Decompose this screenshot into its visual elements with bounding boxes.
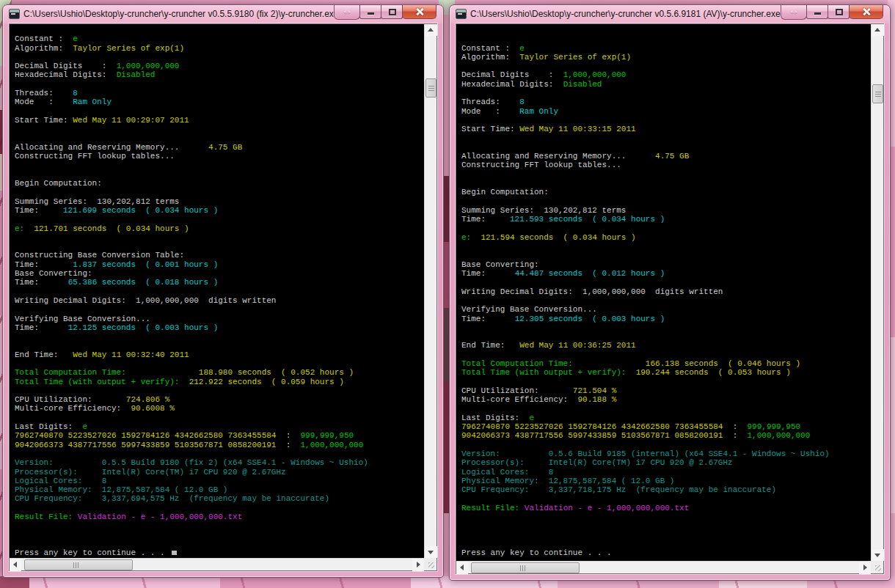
caption-buttons: [807, 5, 883, 19]
horizontal-scroll-thumb[interactable]: [471, 562, 580, 573]
console-line: [461, 251, 871, 260]
console-line: Writing Decimal Digits: 1,000,000,000 di…: [15, 296, 424, 305]
console-line: Allocating and Reserving Memory... 4.75 …: [15, 143, 424, 152]
console-line: 9042066373 4387717556 5997433859 5103567…: [15, 441, 424, 449]
console-line: 7962740870 5223527026 1592784126 4342662…: [461, 422, 871, 431]
console-line: Physical Memory: 12,875,587,584 ( 12.0 G…: [461, 477, 871, 485]
vertical-scroll-thumb[interactable]: [425, 78, 436, 98]
console-line: Mode : Ram Only: [15, 98, 424, 106]
horizontal-scrollbar[interactable]: [10, 558, 424, 570]
console-line: [15, 359, 424, 368]
horizontal-scroll-thumb[interactable]: [24, 559, 133, 570]
console-line: Base Converting:: [461, 260, 871, 269]
resize-arrows-button[interactable]: ⇔: [781, 5, 807, 20]
console-line: End Time: Wed May 11 00:32:40 2011: [15, 350, 424, 359]
console-line: [461, 404, 871, 413]
minimize-button[interactable]: [806, 5, 828, 19]
vertical-scrollbar[interactable]: [871, 24, 883, 561]
console-line: Base Converting:: [15, 269, 424, 278]
console-window-right: C:\Users\Ushio\Desktop\y-cruncher\y-crun…: [449, 4, 891, 581]
console-line: Verifying Base Conversion...: [461, 305, 871, 314]
console-line: Result File: Validation - e - 1,000,000,…: [461, 504, 871, 512]
console-line: Decimal Digits : 1,000,000,000: [15, 62, 424, 70]
console-line: [461, 350, 871, 359]
vertical-scrollbar[interactable]: [424, 24, 436, 558]
console-line: Logical Cores: 8: [15, 477, 424, 485]
console-line: CPU Frequency: 3,337,718,175 Hz (frequen…: [461, 485, 871, 494]
console-line: [15, 414, 424, 422]
console-line: [461, 323, 871, 332]
scroll-right-arrow-icon[interactable]: [412, 559, 424, 571]
console-line: Multi-core Efficiency: 90.6008 %: [15, 404, 424, 413]
console-line: Time: 65.386 seconds ( 0.018 hours ): [15, 278, 424, 287]
console-app-icon: [456, 9, 467, 19]
console-line: Begin Computation:: [15, 179, 424, 188]
console-line: [15, 504, 424, 512]
console-line: CPU Frequency: 3,337,694,575 Hz (frequen…: [15, 494, 424, 503]
scroll-down-arrow-icon[interactable]: [872, 549, 884, 561]
console-line: Hexadecimal Digits: Disabled: [15, 70, 424, 79]
console-line: Processor(s): Intel(R) Core(TM) i7 CPU 9…: [461, 458, 871, 467]
console-line: [461, 179, 871, 188]
console-line: Physical Memory: 12,875,587,584 ( 12.0 G…: [15, 485, 424, 494]
console-line: [461, 296, 871, 305]
console-line: [15, 540, 424, 548]
console-line: [461, 34, 871, 43]
close-button[interactable]: [849, 5, 883, 19]
console-line: Threads: 8: [15, 89, 424, 98]
console-line: Total Time (with output + verify): 190.2…: [461, 368, 871, 377]
maximize-button[interactable]: [828, 5, 850, 19]
scroll-right-arrow-icon[interactable]: [859, 562, 871, 574]
console-line: Constructing FFT lookup tables...: [461, 161, 871, 169]
scroll-down-arrow-icon[interactable]: [425, 546, 437, 558]
resize-arrows-icon: ⇔: [789, 6, 799, 17]
console-line: Logical Cores: 8: [461, 468, 871, 477]
console-line: [461, 197, 871, 206]
scroll-left-arrow-icon[interactable]: [10, 559, 21, 571]
scroll-up-arrow-icon[interactable]: [872, 24, 884, 36]
console-line: Hexadecimal Digits: Disabled: [461, 80, 871, 89]
title-bar[interactable]: C:\Users\Ushio\Desktop\y-cruncher\y-crun…: [3, 5, 443, 23]
console-line: [461, 521, 871, 530]
console-line: Constructing Base Conversion Table:: [15, 251, 424, 260]
console-output[interactable]: Constant : eAlgorithm: Taylor Series of …: [456, 24, 871, 561]
console-line: Verifying Base Conversion...: [15, 315, 424, 323]
console-line: [461, 170, 871, 179]
maximize-button[interactable]: [381, 5, 403, 19]
console-line: e: 121.594 seconds ( 0.034 hours ): [461, 233, 871, 242]
console-line: Time: 12.125 seconds ( 0.003 hours ): [15, 323, 424, 332]
scroll-left-arrow-icon[interactable]: [456, 562, 468, 574]
scroll-up-arrow-icon[interactable]: [425, 24, 437, 36]
close-button[interactable]: [402, 5, 436, 19]
console-line: [15, 215, 424, 224]
console-line: [15, 134, 424, 143]
console-line: [15, 188, 424, 196]
horizontal-scrollbar[interactable]: [456, 561, 871, 573]
console-line: [461, 332, 871, 341]
title-bar[interactable]: C:\Users\Ushio\Desktop\y-cruncher\y-crun…: [450, 5, 890, 23]
console-line: Begin Computation:: [461, 188, 871, 196]
resize-grip[interactable]: [424, 558, 436, 570]
console-line: [461, 143, 871, 152]
console-line: Writing Decimal Digits: 1,000,000,000 di…: [461, 287, 871, 296]
console-line: [15, 53, 424, 62]
console-line: [15, 26, 424, 34]
console-output[interactable]: Constant : eAlgorithm: Taylor Series of …: [10, 24, 424, 558]
maximize-icon: [389, 9, 396, 15]
console-line: [461, 278, 871, 287]
vertical-scroll-thumb[interactable]: [872, 84, 883, 103]
resize-grip[interactable]: [871, 561, 883, 573]
console-line: [15, 242, 424, 251]
console-line: Constant : e: [461, 44, 871, 53]
console-line: Time: 12.305 seconds ( 0.003 hours ): [461, 315, 871, 323]
resize-arrows-button[interactable]: ⇔: [334, 5, 360, 20]
console-line: Threads: 8: [461, 98, 871, 106]
window-title: C:\Users\Ushio\Desktop\y-cruncher\y-crun…: [470, 9, 796, 19]
console-line: Time: 121.699 seconds ( 0.034 hours ): [15, 206, 424, 215]
console-line: Processor(s): Intel(R) Core(TM) i7 CPU 9…: [15, 468, 424, 477]
console-line: [461, 540, 871, 548]
console-line: Time: 121.593 seconds ( 0.034 hours ): [461, 215, 871, 224]
console-line: Constructing FFT lookup tables...: [15, 152, 424, 161]
console-line: [461, 512, 871, 521]
minimize-button[interactable]: [359, 5, 381, 19]
